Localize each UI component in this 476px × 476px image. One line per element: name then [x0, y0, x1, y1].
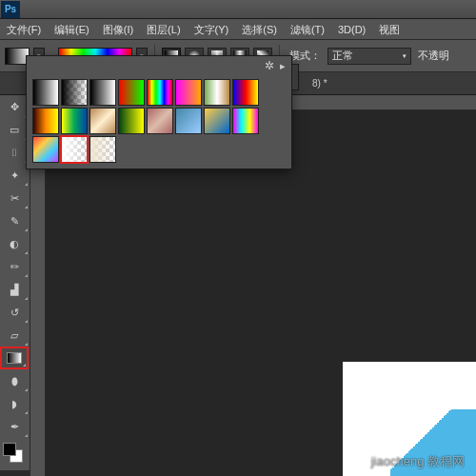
blend-mode-select[interactable]: 正常▾ — [327, 48, 411, 65]
gradient-preset-swatch[interactable] — [61, 79, 88, 106]
gradient-preset-swatch[interactable] — [61, 136, 88, 163]
dodge-tool[interactable]: ◗ — [0, 392, 29, 415]
gradient-preset-swatch[interactable] — [232, 79, 259, 106]
panel-menu-icon[interactable]: ▸ — [280, 60, 286, 72]
menu-bar: 文件(F) 编辑(E) 图像(I) 图层(L) 文字(Y) 选择(S) 滤镜(T… — [0, 19, 476, 40]
marquee-tool[interactable]: ▭ — [0, 118, 29, 141]
gradient-preset-swatch[interactable] — [175, 79, 202, 106]
gradient-preset-swatch[interactable] — [32, 136, 59, 163]
clone-stamp-tool[interactable]: ▟ — [0, 278, 29, 301]
app-logo: Ps — [1, 1, 20, 18]
eyedropper-tool[interactable]: ✎ — [0, 209, 29, 232]
opacity-label: 不透明 — [418, 49, 449, 63]
menu-select[interactable]: 选择(S) — [235, 19, 284, 40]
preset-grid — [27, 75, 274, 169]
gradient-preset-swatch[interactable] — [32, 108, 59, 134]
gradient-preset-swatch[interactable] — [89, 136, 116, 163]
gradient-presets-panel: ✲ ▸ — [26, 55, 292, 169]
gradient-preset-swatch[interactable] — [175, 108, 202, 134]
gradient-preset-swatch[interactable] — [232, 108, 259, 134]
gradient-preset-swatch[interactable] — [118, 108, 145, 134]
menu-file[interactable]: 文件(F) — [0, 19, 48, 40]
gear-icon[interactable]: ✲ — [265, 59, 274, 72]
history-brush-tool[interactable]: ↺ — [0, 301, 29, 324]
gradient-preset-swatch[interactable] — [204, 108, 230, 134]
menu-image[interactable]: 图像(I) — [96, 19, 140, 40]
panel-tab-strip[interactable] — [291, 64, 299, 90]
mode-label: 模式： — [289, 49, 321, 63]
gradient-preset-swatch[interactable] — [147, 108, 173, 134]
menu-text[interactable]: 文字(Y) — [188, 19, 236, 40]
healing-brush-tool[interactable]: ◐ — [0, 232, 29, 255]
title-bar: Ps — [0, 0, 476, 19]
menu-edit[interactable]: 编辑(E) — [48, 19, 96, 40]
gradient-preset-swatch[interactable] — [89, 79, 116, 106]
crop-tool[interactable]: ✂ — [0, 187, 29, 209]
menu-filter[interactable]: 滤镜(T) — [284, 19, 331, 40]
eraser-tool[interactable]: ▱ — [0, 324, 29, 347]
menu-layer[interactable]: 图层(L) — [140, 19, 187, 40]
pen-tool[interactable]: ✒ — [0, 415, 29, 438]
magic-wand-tool[interactable]: ✦ — [0, 164, 29, 187]
document-tab[interactable]: 8) * — [305, 78, 335, 89]
gradient-tool[interactable] — [0, 347, 29, 369]
menu-view[interactable]: 视图 — [372, 19, 407, 40]
gradient-preset-swatch[interactable] — [32, 79, 59, 106]
gradient-preset-swatch[interactable] — [89, 108, 116, 134]
lasso-tool[interactable]: 𓏞 — [0, 141, 29, 164]
gradient-preset-swatch[interactable] — [118, 79, 145, 106]
color-swatch[interactable] — [0, 440, 29, 468]
gradient-preset-swatch[interactable] — [204, 79, 230, 106]
watermark-text: jiaocheng 教程网 — [371, 453, 465, 470]
menu-3d[interactable]: 3D(D) — [331, 19, 372, 40]
move-tool[interactable]: ✥ — [0, 95, 29, 118]
blur-tool[interactable]: ⬮ — [0, 369, 29, 392]
gradient-preset-swatch[interactable] — [61, 108, 88, 134]
brush-tool[interactable]: ✏ — [0, 255, 29, 278]
gradient-preset-swatch[interactable] — [147, 79, 173, 106]
